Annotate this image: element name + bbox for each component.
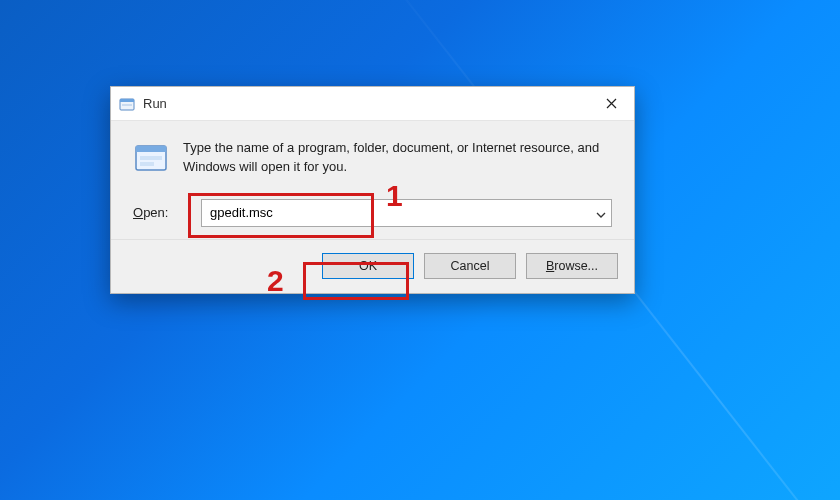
window-title: Run — [143, 96, 588, 111]
close-button[interactable] — [588, 87, 634, 121]
svg-rect-2 — [122, 104, 132, 106]
open-combobox[interactable] — [201, 199, 612, 227]
svg-rect-1 — [120, 99, 134, 102]
open-input[interactable] — [201, 199, 612, 227]
svg-rect-4 — [136, 146, 166, 152]
ok-button[interactable]: OK — [322, 253, 414, 279]
close-icon — [606, 96, 617, 112]
run-dialog: Run Type the name of a program, folder, … — [110, 86, 635, 294]
titlebar: Run — [111, 87, 634, 121]
svg-rect-5 — [140, 156, 162, 160]
description-text: Type the name of a program, folder, docu… — [183, 139, 612, 177]
run-icon — [119, 96, 135, 112]
browse-button[interactable]: Browse... — [526, 253, 618, 279]
dialog-body: Type the name of a program, folder, docu… — [111, 121, 634, 239]
svg-rect-6 — [140, 162, 154, 166]
cancel-button[interactable]: Cancel — [424, 253, 516, 279]
run-large-icon — [133, 139, 169, 175]
button-row: OK Cancel Browse... — [111, 239, 634, 293]
open-label: Open: — [133, 205, 189, 220]
